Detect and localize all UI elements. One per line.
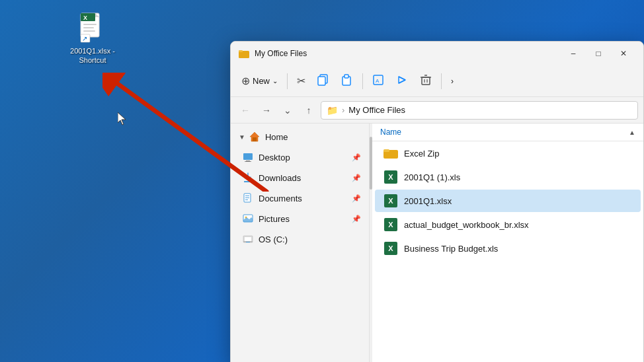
paste-icon xyxy=(341,74,353,89)
desktop-icon-excel-shortcut[interactable]: X ↗ 2001Q1.xlsx - Shortcut xyxy=(66,12,119,65)
new-plus-icon: ⊕ xyxy=(241,75,250,87)
home-section-label: Home xyxy=(265,132,288,142)
desktop-pin-icon: 📌 xyxy=(352,153,361,162)
pictures-pin-icon: 📌 xyxy=(352,215,361,223)
desktop-nav-icon xyxy=(241,151,255,164)
nav-item-documents-label: Documents xyxy=(259,194,352,203)
svg-rect-37 xyxy=(245,198,249,198)
excel-badge-business-trip: X xyxy=(384,242,397,255)
excel-zip-folder-icon xyxy=(383,145,399,161)
toolbar-separator-3 xyxy=(441,73,442,89)
nav-item-pictures[interactable]: Pictures 📌 xyxy=(233,209,366,229)
svg-rect-38 xyxy=(245,199,248,200)
documents-nav-icon xyxy=(241,192,255,205)
svg-text:X: X xyxy=(83,15,87,21)
svg-rect-19 xyxy=(344,75,348,78)
maximize-button[interactable]: □ xyxy=(586,44,610,63)
home-chevron-icon: ▼ xyxy=(239,133,245,141)
close-button[interactable]: ✕ xyxy=(612,44,635,63)
svg-line-23 xyxy=(399,80,405,83)
file-item-excel-zip[interactable]: Excel Zip xyxy=(375,142,641,164)
svg-rect-47 xyxy=(383,149,389,152)
svg-rect-43 xyxy=(245,237,251,241)
file-item-2001q1-1[interactable]: X 2001Q1 (1).xls xyxy=(375,166,641,188)
svg-rect-5 xyxy=(83,24,97,25)
new-button-label: New xyxy=(253,76,270,86)
recent-locations-button[interactable]: ⌄ xyxy=(278,101,297,120)
nav-item-desktop[interactable]: Desktop 📌 xyxy=(233,147,366,167)
file-item-actual-budget[interactable]: X actual_budget_workbook_br.xlsx xyxy=(375,213,641,236)
excel-badge-2001q1-1: X xyxy=(384,170,397,184)
svg-text:A: A xyxy=(376,78,380,84)
copy-icon xyxy=(317,74,329,89)
file-item-business-trip[interactable]: X Business Trip Budget.xls xyxy=(375,237,641,260)
svg-rect-36 xyxy=(245,196,249,196)
cut-button[interactable]: ✂ xyxy=(292,69,311,93)
back-button[interactable]: ← xyxy=(236,101,255,120)
nav-section-home: ▼ Home xyxy=(231,124,369,252)
nav-scrollbar[interactable] xyxy=(370,124,372,362)
svg-rect-33 xyxy=(245,161,251,162)
downloads-pin-icon: 📌 xyxy=(352,174,361,182)
rename-icon: A xyxy=(372,74,384,89)
toolbar: ⊕ New ⌄ ✂ xyxy=(231,65,643,97)
excel-shortcut-icon-wrapper: X ↗ xyxy=(77,12,108,44)
excel-icon-actual-budget: X xyxy=(383,217,399,233)
address-separator: › xyxy=(342,105,344,115)
column-name-header[interactable]: Name xyxy=(380,127,626,137)
excel-file-icon: X ↗ xyxy=(77,12,108,44)
window-controls: – □ ✕ xyxy=(561,44,635,63)
share-icon xyxy=(396,74,408,89)
excel-icon-2001q1: X xyxy=(383,193,399,209)
toolbar-separator-1 xyxy=(287,73,288,89)
excel-badge-actual-budget: X xyxy=(384,218,397,231)
nav-item-osc-label: OS (C:) xyxy=(259,235,361,244)
title-bar: My Office Files – □ ✕ xyxy=(231,42,643,65)
copy-button[interactable] xyxy=(312,69,335,93)
home-icon xyxy=(248,130,261,143)
svg-rect-31 xyxy=(243,153,253,160)
nav-item-documents[interactable]: Documents 📌 xyxy=(233,188,366,208)
delete-icon xyxy=(420,74,432,89)
svg-rect-6 xyxy=(83,27,94,28)
excel-icon-business-trip: X xyxy=(383,240,399,256)
nav-scrollbar-thumb xyxy=(370,137,372,190)
svg-rect-30 xyxy=(253,137,257,141)
downloads-nav-icon xyxy=(241,171,255,184)
file-name-actual-budget: actual_budget_workbook_br.xlsx xyxy=(404,220,529,230)
window-title: My Office Files xyxy=(255,49,561,58)
nav-item-downloads[interactable]: Downloads 📌 xyxy=(233,168,366,188)
file-name-excel-zip: Excel Zip xyxy=(404,149,439,159)
cut-icon: ✂ xyxy=(297,75,305,87)
new-button[interactable]: ⊕ New ⌄ xyxy=(236,69,283,93)
share-button[interactable] xyxy=(391,69,413,93)
files-panel: Name ▲ Excel Zip X 2001Q1 (1).xls xyxy=(372,124,643,362)
up-button[interactable]: ↑ xyxy=(300,101,318,120)
more-options-button[interactable]: › xyxy=(446,69,459,93)
explorer-window: My Office Files – □ ✕ ⊕ New ⌄ ✂ xyxy=(230,41,644,362)
svg-text:↗: ↗ xyxy=(82,35,87,42)
title-bar-folder-icon xyxy=(239,48,249,59)
svg-rect-45 xyxy=(246,242,250,242)
file-name-2001q1: 2001Q1.xlsx xyxy=(404,196,452,206)
forward-button[interactable]: → xyxy=(257,101,276,120)
paste-button[interactable] xyxy=(336,69,358,93)
nav-panel: ▼ Home xyxy=(231,124,370,362)
rename-button[interactable]: A xyxy=(367,69,389,93)
nav-item-downloads-label: Downloads xyxy=(259,173,352,183)
address-path: My Office Files xyxy=(348,105,405,115)
svg-rect-17 xyxy=(318,77,325,85)
nav-item-osc[interactable]: OS (C:) xyxy=(233,229,366,249)
nav-item-pictures-label: Pictures xyxy=(259,214,352,224)
excel-icon-2001q1-1: X xyxy=(383,169,399,185)
main-content: ▼ Home xyxy=(231,124,643,362)
address-folder-icon: 📁 xyxy=(327,105,338,116)
nav-section-header-home[interactable]: ▼ Home xyxy=(233,127,366,147)
column-header: Name ▲ xyxy=(372,124,643,141)
file-item-2001q1[interactable]: X 2001Q1.xlsx xyxy=(375,190,641,212)
desktop-icon-label: 2001Q1.xlsx - Shortcut xyxy=(70,46,115,65)
minimize-button[interactable]: – xyxy=(561,44,585,63)
new-chevron-icon: ⌄ xyxy=(272,77,278,85)
address-field[interactable]: 📁 › My Office Files xyxy=(321,101,638,120)
delete-button[interactable] xyxy=(415,69,437,93)
